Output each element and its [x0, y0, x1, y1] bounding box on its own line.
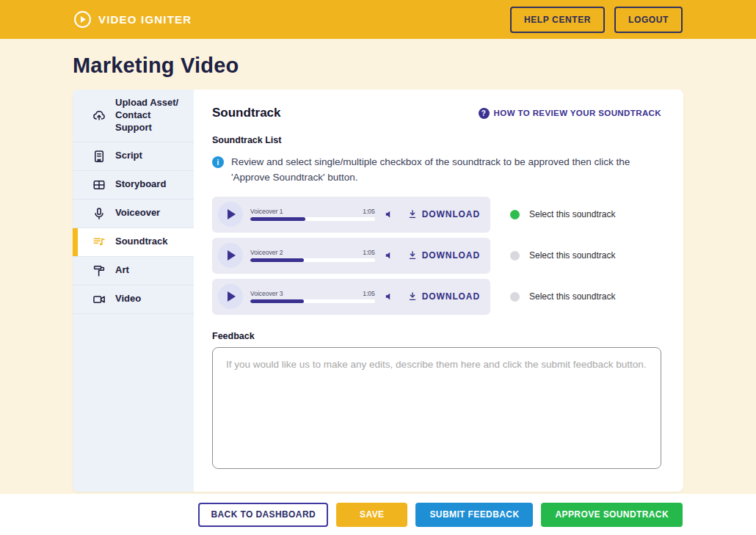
play-button[interactable] [218, 284, 243, 309]
radio-indicator [510, 210, 520, 219]
select-soundtrack-option[interactable]: Select this soundtrack [510, 250, 615, 261]
play-icon [228, 250, 236, 261]
play-button[interactable] [218, 243, 243, 268]
sidebar-item-voiceover[interactable]: Voiceover [73, 200, 194, 228]
volume-button[interactable] [382, 208, 396, 221]
question-circle-icon: ? [479, 108, 490, 119]
seek-bar[interactable] [250, 299, 375, 303]
back-to-dashboard-button[interactable]: BACK TO DASHBOARD [198, 503, 328, 527]
track-title: Voiceover 2 [250, 249, 283, 256]
sidebar-item-label: Soundtrack [115, 236, 168, 248]
sidebar-item-upload-asset[interactable]: Upload Asset/ Contact Support [73, 90, 194, 142]
feedback-textarea[interactable] [212, 347, 661, 469]
select-soundtrack-label: Select this soundtrack [529, 250, 615, 261]
download-label: DOWNLOAD [422, 209, 480, 219]
paint-roller-icon [92, 264, 106, 277]
playlist-music-icon [92, 236, 106, 249]
info-text: Review and select single/multiple checkb… [231, 155, 661, 186]
sidebar-item-soundtrack[interactable]: Soundtrack [73, 228, 194, 257]
section-heading: Soundtrack [212, 106, 281, 120]
download-icon [407, 250, 418, 261]
save-button[interactable]: SAVE [336, 503, 407, 527]
download-button[interactable]: DOWNLOAD [407, 209, 480, 219]
sidebar-item-label: Script [115, 150, 142, 162]
radio-indicator [510, 292, 520, 302]
audio-player: Voiceover 1 1:05 DOWNL [212, 197, 490, 233]
soundtrack-list-heading: Soundtrack List [212, 135, 661, 145]
track-duration: 1:05 [363, 208, 375, 215]
speaker-icon [384, 250, 394, 261]
sidebar-item-video[interactable]: Video [73, 285, 194, 314]
sidebar-item-label: Art [115, 264, 129, 277]
radio-indicator [510, 251, 520, 261]
download-button[interactable]: DOWNLOAD [407, 291, 480, 302]
sidebar-item-art[interactable]: Art [73, 257, 194, 285]
logout-button[interactable]: LOGOUT [614, 7, 683, 33]
submit-feedback-button[interactable]: SUBMIT FEEDBACK [415, 503, 533, 527]
seek-bar-fill [250, 258, 304, 262]
speaker-icon [384, 291, 394, 302]
sidebar-item-label: Storyboard [115, 178, 166, 191]
seek-bar-fill [250, 217, 305, 221]
play-circle-logo-icon [73, 10, 92, 29]
sidebar-item-storyboard[interactable]: Storyboard [73, 171, 194, 200]
help-center-button[interactable]: HELP CENTER [510, 7, 605, 33]
track-duration: 1:05 [363, 249, 375, 256]
track-title: Voiceover 3 [250, 290, 283, 297]
audio-player: Voiceover 3 1:05 DOWNL [212, 279, 490, 315]
track-duration: 1:05 [363, 290, 375, 297]
track-row: Voiceover 3 1:05 DOWNL [212, 279, 661, 315]
select-soundtrack-label: Select this soundtrack [529, 291, 615, 302]
play-icon [228, 209, 236, 219]
approve-soundtrack-button[interactable]: APPROVE SOUNDTRACK [541, 503, 683, 527]
soundtrack-panel: Soundtrack ? HOW TO REVIEW YOUR SOUNDTRA… [194, 90, 683, 492]
how-to-review-link[interactable]: ? HOW TO REVIEW YOUR SOUNDTRACK [479, 108, 661, 119]
script-icon [92, 150, 106, 163]
feedback-section: Feedback [212, 331, 661, 472]
action-bar: BACK TO DASHBOARD SAVE SUBMIT FEEDBACK A… [0, 494, 756, 535]
sidebar-item-label: Video [115, 293, 141, 305]
sidebar-item-script[interactable]: Script [73, 142, 194, 171]
brand-logo[interactable]: VIDEO IGNITER [73, 10, 192, 29]
how-to-review-label: HOW TO REVIEW YOUR SOUNDTRACK [494, 109, 661, 117]
page-title: Marketing Video [73, 53, 756, 78]
soundtrack-list: Voiceover 1 1:05 DOWNL [212, 197, 661, 315]
download-icon [407, 291, 418, 302]
play-button[interactable] [218, 202, 243, 227]
download-icon [407, 209, 418, 219]
volume-button[interactable] [382, 290, 396, 303]
video-camera-icon [92, 293, 106, 306]
brand-name: VIDEO IGNITER [98, 13, 192, 26]
track-row: Voiceover 2 1:05 DOWNL [212, 238, 661, 274]
track-title: Voiceover 1 [250, 208, 283, 215]
microphone-icon [92, 207, 106, 220]
audio-player: Voiceover 2 1:05 DOWNL [212, 238, 490, 274]
project-sidebar: Upload Asset/ Contact Support Script Sto… [73, 90, 194, 492]
project-card: Upload Asset/ Contact Support Script Sto… [73, 90, 683, 492]
track-row: Voiceover 1 1:05 DOWNL [212, 197, 661, 233]
info-circle-icon: i [212, 156, 224, 168]
select-soundtrack-label: Select this soundtrack [529, 209, 615, 219]
sidebar-filler [73, 314, 194, 492]
download-label: DOWNLOAD [422, 250, 480, 261]
seek-bar-fill [250, 299, 304, 303]
select-soundtrack-option[interactable]: Select this soundtrack [510, 209, 615, 219]
seek-bar[interactable] [250, 258, 375, 262]
storyboard-grid-icon [92, 178, 106, 192]
seek-bar[interactable] [250, 217, 375, 221]
speaker-icon [384, 209, 394, 219]
top-bar: VIDEO IGNITER HELP CENTER LOGOUT [0, 0, 756, 39]
select-soundtrack-option[interactable]: Select this soundtrack [510, 291, 615, 302]
feedback-label: Feedback [212, 331, 661, 341]
sidebar-item-label: Upload Asset/ Contact Support [115, 97, 186, 134]
volume-button[interactable] [382, 249, 396, 262]
download-button[interactable]: DOWNLOAD [407, 250, 480, 261]
topbar-actions: HELP CENTER LOGOUT [510, 7, 683, 33]
sidebar-item-label: Voiceover [115, 207, 160, 219]
cloud-upload-icon [92, 109, 106, 122]
info-note: i Review and select single/multiple chec… [212, 155, 661, 186]
download-label: DOWNLOAD [422, 291, 480, 302]
play-icon [228, 291, 236, 302]
